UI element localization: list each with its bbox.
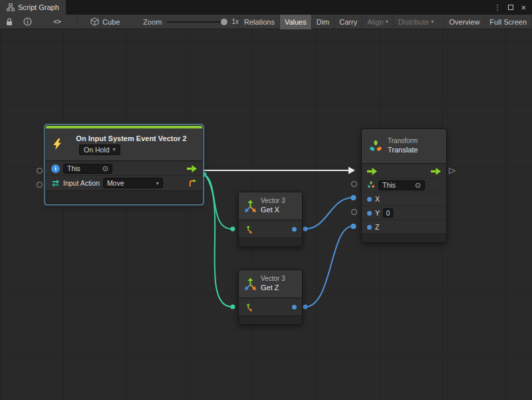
flow-output-port-icon[interactable] [187,165,197,172]
getx-input-dot[interactable] [231,227,235,232]
wire-getz-to-translate-z[interactable] [305,226,352,307]
target-picker-icon[interactable]: ⊙ [102,165,108,172]
getz-port-row [239,298,302,315]
relations-button[interactable]: Relations [239,15,279,29]
vector-input-port-icon[interactable] [244,226,252,234]
flow-output-port-icon[interactable] [431,168,441,175]
event-input-action-row: Input Action Move ▾ [46,175,202,190]
node-transform-translate[interactable]: Transform Translate [361,128,447,243]
event-mode-value: On Hold [84,146,110,154]
event-node-header: On Input System Event Vector 2 On Hold ▾ [46,128,202,161]
translate-y-port[interactable] [351,209,357,215]
translate-z-row: Z [362,220,446,234]
wire-getx-to-translate-x[interactable] [305,198,352,229]
translate-y-row: Y 0 [362,206,446,220]
translate-this-field[interactable]: This ⊙ [378,180,425,190]
getx-header: Vector 3 Get X [239,192,302,220]
dim-button[interactable]: Dim [311,15,334,29]
zoom-label: Zoom [143,18,162,26]
more-menu-icon[interactable]: ⋮ [493,3,501,12]
y-port-label: Y [375,209,380,217]
z-port-label: Z [375,223,379,231]
graph-icon [7,3,15,11]
input-action-dropdown[interactable]: Move ▾ [103,178,163,188]
node-category: Vector 3 [261,197,285,206]
zoom-slider-track[interactable] [167,21,228,23]
translate-header-text: Transform Translate [388,137,418,154]
translate-x-row: X [362,192,446,206]
zoom-slider-knob[interactable] [221,19,227,25]
close-icon[interactable]: × [521,3,526,12]
wire-flow-arrowhead [348,167,355,174]
node-get-x[interactable]: Vector 3 Get X [238,192,303,247]
translate-this-row: This ⊙ [362,178,446,192]
y-input-port[interactable] [367,211,372,216]
node-title: Get Z [261,284,285,293]
maximize-icon[interactable] [508,5,513,10]
value-output-port[interactable] [292,305,297,309]
translate-flow-row [362,164,446,178]
chevron-down-icon: ▾ [156,180,159,186]
info-icon[interactable] [21,15,35,29]
chevron-down-icon: ▾ [113,146,116,152]
this-label: This [382,181,396,189]
tab-title: Script Graph [18,3,59,11]
distribute-label: Distribute [398,18,429,26]
node-footer [239,238,302,246]
node-on-input-system-event-vector2[interactable]: On Input System Event Vector 2 On Hold ▾… [45,125,203,204]
getz-header-text: Vector 3 Get Z [261,275,285,292]
node-footer [46,190,202,204]
translate-z-port[interactable] [351,224,356,229]
getx-port-row [239,220,302,238]
window-controls: ⋮ × [493,0,532,15]
transform-icon [369,140,382,153]
tab-script-graph[interactable]: Script Graph [0,0,66,15]
tab-bar: Script Graph ⋮ × [0,0,532,15]
zoom-value: 1x [231,18,239,25]
vector-input-port-icon[interactable] [244,303,252,311]
chevron-down-icon: ▾ [431,19,434,25]
x-input-port[interactable] [367,197,372,202]
align-label: Align [367,18,383,26]
lock-icon[interactable] [3,15,15,29]
z-input-port[interactable] [367,225,372,230]
graph-target-button[interactable]: Cube [87,15,123,29]
zoom-slider[interactable] [167,15,228,29]
flow-input-port-icon[interactable] [367,168,377,175]
graph-canvas[interactable]: ▷ On Input System Event Vector 2 On Hold… [0,29,532,400]
event-input-action-port[interactable] [37,182,43,188]
event-this-field[interactable]: This ⊙ [63,164,112,174]
vector3-icon [243,200,257,213]
getx-output-dot[interactable] [303,227,308,232]
node-footer [239,315,302,324]
toolbar-divider [77,15,78,29]
getz-input-dot[interactable] [231,305,235,309]
carry-button[interactable]: Carry [334,15,362,29]
transform-mini-icon [367,181,375,189]
node-title: Translate [388,146,418,155]
fullscreen-button[interactable]: Full Screen [484,15,532,29]
y-value-field[interactable]: 0 [383,208,393,218]
node-title: On Input System Event Vector 2 [66,134,197,142]
wire-vector2-to-getx[interactable] [204,174,232,229]
values-button[interactable]: Values [279,15,311,29]
wire-vector2-to-getz[interactable] [204,174,232,307]
input-action-icon [51,179,60,188]
translate-x-port[interactable] [351,195,356,200]
vector3-icon [243,278,257,291]
chevron-down-icon: ▾ [386,19,388,25]
distribute-dropdown[interactable]: Distribute ▾ [393,15,439,29]
getz-output-dot[interactable] [303,305,308,309]
target-object-name: Cube [102,18,120,26]
translate-this-port[interactable] [351,181,357,187]
event-mode-dropdown[interactable]: On Hold ▾ [79,144,120,155]
event-this-port[interactable] [37,168,43,174]
align-dropdown[interactable]: Align ▾ [362,15,392,29]
code-view-icon[interactable]: <> [51,15,64,29]
vector2-value-port-icon[interactable] [188,179,197,188]
value-output-port[interactable] [292,227,297,232]
node-get-z[interactable]: Vector 3 Get Z [238,270,303,325]
overview-button[interactable]: Overview [444,15,485,29]
node-category: Transform [388,137,418,146]
target-picker-icon[interactable]: ⊙ [415,182,421,189]
